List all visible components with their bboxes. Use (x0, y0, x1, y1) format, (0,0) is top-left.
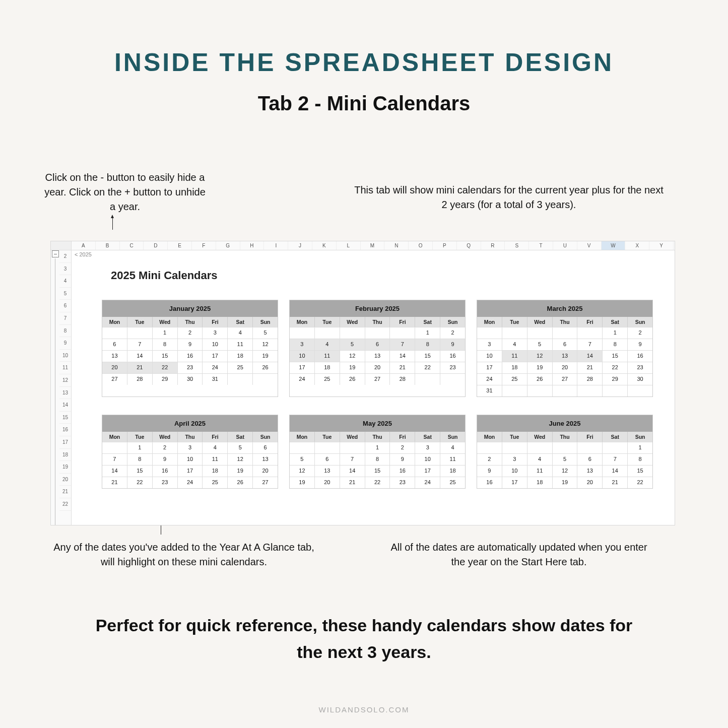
calendar-day-cell[interactable] (228, 374, 253, 385)
calendar-day-cell[interactable]: 11 (315, 351, 340, 362)
calendar-day-cell[interactable]: 19 (253, 351, 278, 362)
calendar-day-cell[interactable]: 12 (228, 454, 253, 465)
calendar-day-cell[interactable] (440, 374, 465, 385)
calendar-day-cell[interactable]: 9 (477, 466, 502, 477)
calendar-day-cell[interactable] (553, 327, 578, 339)
calendar-day-cell[interactable]: 21 (340, 477, 365, 488)
column-header[interactable]: D (144, 241, 168, 250)
calendar-day-cell[interactable]: 20 (577, 477, 603, 488)
calendar-day-cell[interactable]: 26 (253, 362, 278, 373)
calendar-day-cell[interactable] (553, 442, 578, 453)
calendar-day-cell[interactable]: 9 (390, 454, 415, 465)
calendar-day-cell[interactable]: 25 (502, 374, 527, 385)
calendar-day-cell[interactable]: 2 (178, 327, 203, 339)
calendar-day-cell[interactable]: 10 (178, 454, 203, 465)
column-header[interactable]: E (168, 241, 192, 250)
calendar-day-cell[interactable]: 6 (553, 339, 578, 350)
row-header[interactable]: 22 (59, 498, 71, 511)
row-header[interactable]: 8 (59, 325, 71, 338)
calendar-day-cell[interactable]: 11 (440, 454, 465, 465)
row-header[interactable]: 7 (59, 312, 71, 325)
calendar-day-cell[interactable]: 5 (228, 442, 253, 453)
calendar-day-cell[interactable]: 2 (390, 442, 415, 453)
calendar-day-cell[interactable]: 25 (203, 477, 228, 488)
column-header[interactable]: V (577, 241, 602, 250)
calendar-day-cell[interactable]: 19 (290, 477, 315, 488)
calendar-day-cell[interactable]: 17 (415, 466, 440, 477)
sheet-corner[interactable] (51, 241, 72, 250)
calendar-day-cell[interactable] (290, 327, 315, 339)
calendar-day-cell[interactable]: 8 (365, 454, 390, 465)
calendar-day-cell[interactable]: 27 (553, 374, 578, 385)
calendar-day-cell[interactable]: 12 (340, 351, 365, 362)
calendar-day-cell[interactable] (415, 374, 440, 385)
calendar-day-cell[interactable]: 13 (365, 351, 390, 362)
calendar-day-cell[interactable] (527, 327, 553, 339)
calendar-day-cell[interactable] (253, 374, 278, 385)
calendar-day-cell[interactable] (628, 385, 652, 396)
calendar-day-cell[interactable]: 1 (628, 442, 652, 453)
calendar-day-cell[interactable]: 11 (502, 351, 527, 362)
calendar-day-cell[interactable]: 3 (203, 327, 228, 339)
calendar-day-cell[interactable]: 15 (127, 466, 153, 477)
calendar-day-cell[interactable]: 6 (102, 339, 127, 350)
calendar-day-cell[interactable]: 8 (603, 339, 628, 350)
calendar-day-cell[interactable]: 10 (502, 466, 527, 477)
calendar-day-cell[interactable]: 6 (315, 454, 340, 465)
column-header[interactable]: J (288, 241, 312, 250)
calendar-day-cell[interactable]: 6 (253, 442, 278, 453)
calendar-day-cell[interactable]: 21 (127, 362, 153, 373)
calendar-day-cell[interactable] (477, 327, 502, 339)
calendar-day-cell[interactable]: 2 (153, 442, 178, 453)
column-header[interactable]: C (120, 241, 144, 250)
calendar-day-cell[interactable]: 31 (203, 374, 228, 385)
calendar-day-cell[interactable]: 16 (440, 351, 465, 362)
calendar-day-cell[interactable]: 14 (603, 466, 628, 477)
row-header[interactable]: 11 (59, 362, 71, 374)
calendar-day-cell[interactable]: 10 (477, 351, 502, 362)
calendar-day-cell[interactable]: 9 (628, 339, 652, 350)
column-header[interactable]: N (384, 241, 409, 250)
calendar-day-cell[interactable]: 13 (553, 351, 578, 362)
calendar-day-cell[interactable]: 25 (315, 374, 340, 385)
calendar-day-cell[interactable] (315, 327, 340, 339)
calendar-day-cell[interactable]: 2 (477, 454, 502, 465)
calendar-day-cell[interactable]: 13 (102, 351, 127, 362)
column-header[interactable]: F (192, 241, 216, 250)
calendar-day-cell[interactable]: 9 (153, 454, 178, 465)
calendar-day-cell[interactable]: 1 (365, 442, 390, 453)
calendar-day-cell[interactable]: 15 (415, 351, 440, 362)
calendar-day-cell[interactable] (527, 385, 553, 396)
calendar-day-cell[interactable]: 20 (365, 362, 390, 373)
calendar-day-cell[interactable]: 21 (390, 362, 415, 373)
calendar-day-cell[interactable]: 17 (290, 362, 315, 373)
calendar-day-cell[interactable] (577, 385, 603, 396)
calendar-day-cell[interactable]: 23 (153, 477, 178, 488)
column-header[interactable]: T (529, 241, 553, 250)
column-header[interactable]: M (361, 241, 385, 250)
row-header[interactable]: 14 (59, 399, 71, 412)
calendar-day-cell[interactable]: 12 (253, 339, 278, 350)
calendar-day-cell[interactable]: 8 (153, 339, 178, 350)
calendar-day-cell[interactable]: 1 (603, 327, 628, 339)
calendar-day-cell[interactable]: 22 (415, 362, 440, 373)
calendar-day-cell[interactable]: 15 (365, 466, 390, 477)
calendar-day-cell[interactable]: 11 (527, 466, 553, 477)
calendar-day-cell[interactable]: 30 (628, 374, 652, 385)
calendar-day-cell[interactable]: 24 (415, 477, 440, 488)
calendar-day-cell[interactable] (577, 442, 603, 453)
calendar-day-cell[interactable]: 14 (340, 466, 365, 477)
column-header[interactable]: S (505, 241, 529, 250)
calendar-day-cell[interactable]: 4 (527, 454, 553, 465)
calendar-day-cell[interactable] (340, 327, 365, 339)
row-header[interactable]: 15 (59, 412, 71, 424)
calendar-day-cell[interactable]: 15 (603, 351, 628, 362)
calendar-day-cell[interactable]: 27 (253, 477, 278, 488)
calendar-day-cell[interactable]: 6 (365, 339, 390, 350)
calendar-day-cell[interactable]: 22 (153, 362, 178, 373)
calendar-day-cell[interactable]: 28 (127, 374, 153, 385)
calendar-day-cell[interactable]: 9 (178, 339, 203, 350)
calendar-day-cell[interactable]: 13 (315, 466, 340, 477)
calendar-day-cell[interactable]: 21 (102, 477, 127, 488)
calendar-day-cell[interactable] (527, 442, 553, 453)
